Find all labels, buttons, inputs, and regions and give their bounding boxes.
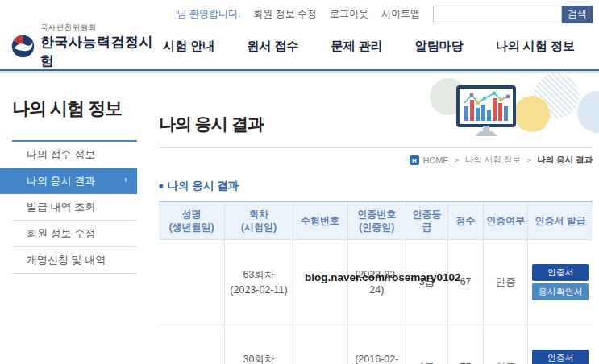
table-row: 30회차 (2016-01-23) (2016-02-11) 1급 75 인증 … bbox=[159, 325, 593, 364]
home-icon[interactable]: H bbox=[410, 155, 419, 165]
decorative-circle bbox=[514, 96, 550, 132]
sidebar: 나의 시험 정보 나의 접수 정보 나의 응시 결과 › 발급 내역 조회 회원… bbox=[0, 71, 137, 364]
col-cert-number: 인증번호 (인증일) bbox=[347, 201, 406, 240]
breadcrumb: H HOME ＞ 나의 시험 정보 ＞ 나의 응시 결과 bbox=[159, 155, 593, 166]
sidebar-item-name-change[interactable]: 개명신청 및 내역 bbox=[12, 247, 137, 274]
sidebar-item-my-application-info[interactable]: 나의 접수 정보 bbox=[12, 142, 137, 168]
attendance-confirmation-button[interactable]: 응시확인서 bbox=[532, 283, 589, 300]
col-round: 회차 (시험일) bbox=[225, 201, 293, 240]
nav-my-exam-info[interactable]: 나의 시험 정보 bbox=[496, 39, 575, 54]
edit-member-info-link[interactable]: 회원 정보 수정 bbox=[253, 7, 317, 21]
logout-link[interactable]: 로그아웃 bbox=[330, 7, 368, 21]
history-committee-emblem-icon bbox=[11, 35, 35, 58]
certificate-button[interactable]: 인증서 bbox=[532, 350, 589, 364]
col-score: 점수 bbox=[447, 201, 484, 240]
cell-round: 30회차 (2016-01-23) bbox=[225, 325, 293, 364]
sidebar-item-my-exam-results[interactable]: 나의 응시 결과 › bbox=[0, 168, 137, 194]
cell-grade: 1급 bbox=[406, 325, 448, 364]
square-bullet-icon: ■ bbox=[159, 183, 163, 190]
cell-score: 75 bbox=[447, 325, 484, 364]
sidebar-item-label: 나의 응시 결과 bbox=[27, 175, 95, 187]
col-certificate-issue: 인증서 발급 bbox=[528, 201, 593, 240]
nav-exam-guide[interactable]: 시험 안내 bbox=[163, 39, 214, 54]
site-logo[interactable]: 국사편찬위원회 한국사능력검정시험 bbox=[11, 23, 163, 70]
sidebar-title: 나의 시험 정보 bbox=[0, 97, 137, 121]
cell-certified: 인증 bbox=[484, 240, 528, 325]
nav-notice-board[interactable]: 알림마당 bbox=[415, 39, 464, 54]
col-exam-number: 수험번호 bbox=[293, 201, 347, 240]
cell-cert-number: (2016-02-11) bbox=[347, 325, 406, 364]
sidebar-menu: 나의 접수 정보 나의 응시 결과 › 발급 내역 조회 회원 정보 수정 개명… bbox=[0, 142, 137, 274]
cell-name bbox=[159, 240, 225, 325]
cell-round: 63회차 (2023-02-11) bbox=[225, 240, 293, 325]
sidebar-item-edit-member-info[interactable]: 회원 정보 수정 bbox=[12, 221, 137, 247]
col-certified: 인증여부 bbox=[484, 201, 528, 240]
search-box: 검색 bbox=[433, 6, 593, 23]
section-header: ■ 나의 응시 결과 bbox=[159, 179, 593, 193]
welcome-message: 님 환영합니다. bbox=[177, 7, 241, 21]
breadcrumb-separator: ＞ bbox=[525, 155, 534, 166]
col-grade: 인증등급 bbox=[406, 201, 448, 240]
search-input[interactable] bbox=[433, 6, 562, 23]
page: 님 환영합니다. 회원 정보 수정 로그아웃 사이트맵 검색 국사편찬위원회 한… bbox=[0, 0, 599, 364]
sitemap-link[interactable]: 사이트맵 bbox=[381, 7, 420, 21]
logo-site-text: 한국사능력검정시험 bbox=[40, 33, 163, 70]
cell-certified: 인증 bbox=[484, 325, 528, 364]
nav-application[interactable]: 원서 접수 bbox=[247, 39, 298, 54]
breadcrumb-separator: ＞ bbox=[452, 155, 461, 166]
monitor-chart-icon bbox=[456, 85, 518, 139]
col-name: 성명 (생년월일) bbox=[159, 201, 225, 240]
logo-org-text: 국사편찬위원회 bbox=[40, 23, 163, 33]
breadcrumb-current: 나의 응시 결과 bbox=[537, 155, 593, 166]
primary-nav: 시험 안내 원서 접수 문제 관리 알림마당 나의 시험 정보 bbox=[163, 39, 575, 54]
blog-watermark: blog.naver.com/rosemary0102 bbox=[305, 271, 461, 283]
search-button[interactable]: 검색 bbox=[562, 6, 593, 23]
table-header-row: 성명 (생년월일) 회차 (시험일) 수험번호 인증번호 (인증일) 인증등급 … bbox=[159, 201, 593, 240]
sidebar-item-issuance-history[interactable]: 발급 내역 조회 bbox=[12, 194, 137, 221]
certificate-button[interactable]: 인증서 bbox=[532, 264, 589, 281]
cell-exam-number bbox=[293, 325, 347, 364]
section-title: 나의 응시 결과 bbox=[167, 179, 239, 193]
nav-question-management[interactable]: 문제 관리 bbox=[331, 39, 382, 54]
cell-name bbox=[159, 325, 225, 364]
chevron-right-icon: › bbox=[124, 173, 127, 185]
breadcrumb-home[interactable]: HOME bbox=[423, 155, 449, 165]
site-header: 국사편찬위원회 한국사능력검정시험 시험 안내 원서 접수 문제 관리 알림마당… bbox=[0, 28, 599, 71]
cell-buttons: 인증서 응시확인서 bbox=[528, 325, 593, 364]
cell-buttons: 인증서 응시확인서 bbox=[528, 240, 593, 325]
breadcrumb-my-exam-info[interactable]: 나의 시험 정보 bbox=[465, 155, 521, 166]
